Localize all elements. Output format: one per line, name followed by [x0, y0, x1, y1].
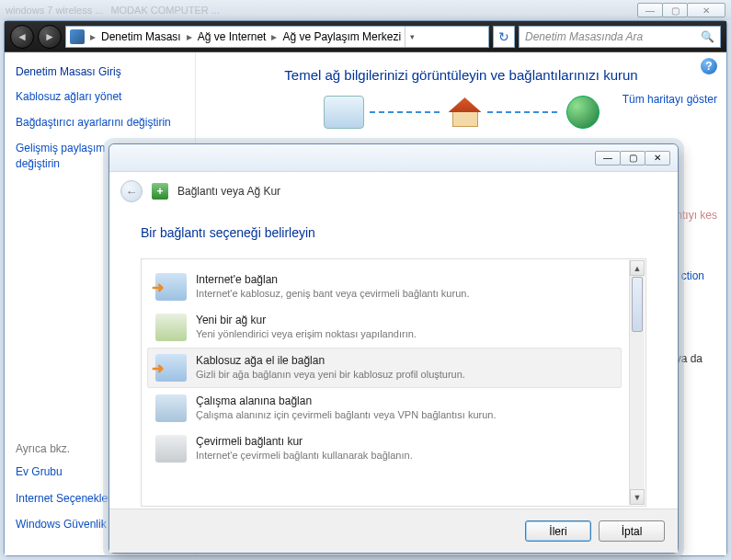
internet-icon	[566, 96, 600, 129]
text-fragment: ya da	[676, 352, 702, 365]
connection-option[interactable]: Çalışma alanına bağlanÇalışma alanınız i…	[147, 388, 622, 429]
wizard-title: Bağlantı veya Ağ Kur	[177, 185, 280, 198]
sidebar-link-wireless[interactable]: Kablosuz ağları yönet	[16, 89, 184, 104]
address-bar[interactable]: ▸ Denetim Masası ▸ Ağ ve Internet ▸ Ağ v…	[65, 26, 489, 48]
breadcrumb-2[interactable]: Ağ ve Internet	[194, 30, 270, 43]
scroll-down-icon[interactable]: ▼	[630, 489, 645, 505]
network-icon	[449, 97, 482, 127]
connection-line	[487, 111, 561, 113]
connection-option[interactable]: Yeni bir ağ kurYeni yönlendirici veya er…	[147, 307, 622, 348]
full-map-link[interactable]: Tüm haritayı göster	[622, 93, 717, 106]
search-placeholder: Denetim Masasında Ara	[525, 30, 643, 43]
refresh-button[interactable]: ↻	[493, 26, 515, 48]
wizard-heading: Bir bağlantı seçeneği belirleyin	[141, 225, 646, 240]
option-title: Kablosuz ağa el ile bağlan	[196, 354, 465, 367]
next-button[interactable]: İleri	[525, 520, 591, 542]
breadcrumb-sep: ▸	[88, 30, 97, 43]
option-icon	[155, 394, 187, 422]
window-maximize-button[interactable]: ▢	[662, 3, 688, 17]
navigation-bar: ◄ ► ▸ Denetim Masası ▸ Ağ ve Internet ▸ …	[5, 21, 726, 52]
option-icon	[155, 354, 187, 382]
wizard-minimize-button[interactable]: —	[595, 151, 621, 166]
wizard-maximize-button[interactable]: ▢	[620, 151, 645, 166]
connection-options-list: Internet'e bağlanInternet'e kablosuz, ge…	[141, 258, 646, 507]
option-description: Gizli bir ağa bağlanın veya yeni bir kab…	[196, 369, 465, 380]
option-title: Yeni bir ağ kur	[196, 314, 417, 326]
nav-back-button[interactable]: ◄	[10, 25, 34, 49]
connection-option[interactable]: Çevirmeli bağlantı kurInternet'e çevirme…	[147, 429, 622, 469]
tab-2[interactable]: MODAK COMPUTER ...	[110, 5, 220, 16]
search-icon: 🔍	[701, 30, 714, 43]
scroll-thumb[interactable]	[632, 277, 643, 332]
option-title: Çalışma alanına bağlan	[196, 394, 497, 407]
option-description: Internet'e çevirmeli bağlantı kullanarak…	[196, 450, 413, 461]
option-icon	[155, 435, 187, 463]
help-icon[interactable]: ?	[701, 58, 717, 74]
wizard-header: ← Bağlantı veya Ağ Kur	[109, 172, 678, 211]
option-description: Internet'e kablosuz, geniş bant veya çev…	[196, 288, 469, 299]
wizard-close-button[interactable]: ✕	[645, 151, 670, 166]
option-title: Çevirmeli bağlantı kur	[196, 435, 413, 448]
option-description: Çalışma alanınız için çevirmeli bağlantı…	[196, 409, 497, 420]
scroll-up-icon[interactable]: ▲	[630, 260, 645, 276]
breadcrumb-1[interactable]: Denetim Masası	[97, 30, 185, 43]
control-panel-icon	[70, 29, 85, 44]
scrollbar[interactable]: ▲ ▼	[629, 260, 645, 505]
connection-line	[370, 111, 443, 113]
wizard-body: Bir bağlantı seçeneği belirleyin Interne…	[109, 211, 678, 509]
option-description: Yeni yönlendirici veya erişim noktası ya…	[196, 328, 417, 339]
option-title: Internet'e bağlan	[196, 273, 469, 286]
setup-connection-wizard: — ▢ ✕ ← Bağlantı veya Ağ Kur Bir bağlant…	[109, 143, 679, 554]
page-title: Temel ağ bilgilerinizi görüntüleyin ve b…	[212, 67, 710, 83]
browser-tab-strip: windows 7 wireless ... MODAK COMPUTER ..…	[0, 0, 731, 20]
option-icon	[155, 314, 187, 341]
address-dropdown-icon[interactable]: ▾	[405, 27, 419, 47]
wizard-footer: İleri İptal	[109, 509, 678, 553]
wizard-icon	[152, 183, 168, 200]
option-icon	[155, 273, 187, 301]
window-close-button[interactable]: ✕	[687, 3, 725, 17]
computer-icon	[324, 96, 364, 129]
breadcrumb-3[interactable]: Ağ ve Paylaşım Merkezi	[279, 30, 405, 43]
wizard-back-button[interactable]: ←	[120, 180, 143, 202]
cancel-button[interactable]: İptal	[599, 520, 665, 542]
search-input[interactable]: Denetim Masasında Ara 🔍	[519, 26, 721, 48]
partial-link[interactable]: ction	[681, 269, 704, 282]
window-minimize-button[interactable]: —	[637, 3, 663, 17]
wizard-titlebar: — ▢ ✕	[109, 144, 678, 172]
connection-option[interactable]: Kablosuz ağa el ile bağlanGizli bir ağa …	[147, 348, 622, 388]
tab-1[interactable]: windows 7 wireless ...	[6, 5, 103, 16]
sidebar-link-adapter[interactable]: Bağdaştırıcı ayarlarını değiştirin	[16, 115, 184, 130]
sidebar-home-link[interactable]: Denetim Masası Giriş	[16, 65, 184, 78]
nav-forward-button[interactable]: ►	[38, 25, 62, 49]
connection-option[interactable]: Internet'e bağlanInternet'e kablosuz, ge…	[147, 267, 622, 307]
